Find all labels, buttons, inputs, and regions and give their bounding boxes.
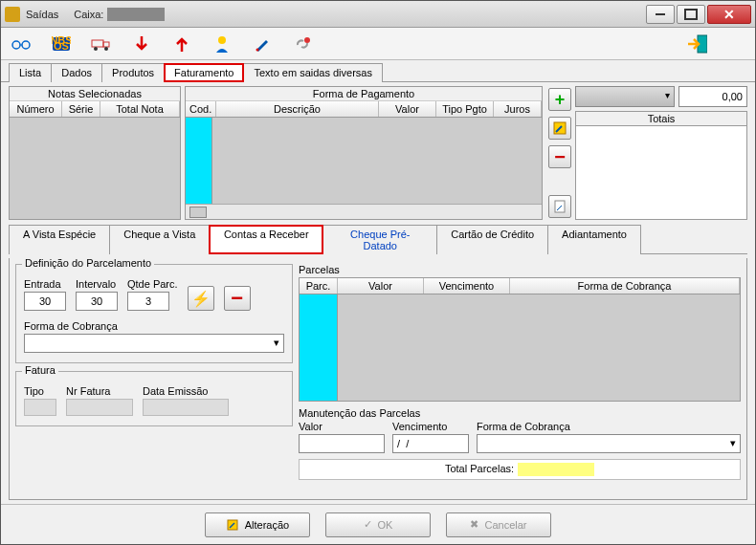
tab-cartao[interactable]: Cartão de Crédito [436,225,548,254]
tab-dados[interactable]: Dados [51,63,102,82]
person-icon[interactable] [211,33,233,54]
maint-forma-label: Forma de Cobrança [477,421,741,432]
tab-texto[interactable]: Texto em saidas diversas [243,63,383,82]
svg-point-12 [304,37,310,43]
maint-venc-label: Vencimento [392,421,469,432]
right-column: Totais [575,86,747,220]
titlebar: Saídas Caixa: ✕ [1,1,755,28]
app-window: Saídas Caixa: ✕ NBSOS Lista Dados Produt… [0,0,756,545]
tab-avista-especie[interactable]: A Vista Espécie [9,225,110,254]
tab-adiantamento[interactable]: Adiantamento [547,225,641,254]
col-parc[interactable]: Parc. [300,278,338,294]
arrow-down-icon[interactable] [131,33,152,54]
intervalo-input[interactable] [76,292,118,311]
maint-valor-label: Valor [299,421,385,432]
tab-cheque-vista[interactable]: Cheque a Vista [109,225,210,254]
svg-rect-15 [555,201,565,212]
ok-label: OK [378,519,393,531]
svg-point-11 [256,48,259,51]
window-title: Saídas [26,9,58,20]
exit-icon[interactable] [686,33,707,54]
tab-lista[interactable]: Lista [9,63,52,82]
doc-button[interactable] [548,195,571,218]
totais-body [576,126,746,219]
total-parcelas-row: Total Parcelas: [299,459,741,480]
manutencao-group: Manutenção das Parcelas Valor Vencimento… [299,407,741,453]
footer: Alteração ✓ OK ✖ Cancelar [1,504,755,544]
left-group: Definição do Parcelamento Entrada Interv… [15,264,293,493]
col-vencimento[interactable]: Vencimento [424,278,510,294]
svg-rect-7 [103,42,109,47]
col-parc-valor[interactable]: Valor [338,278,424,294]
ok-button[interactable]: ✓ OK [325,512,431,537]
remove-button[interactable]: − [548,145,571,168]
tab-produtos[interactable]: Produtos [101,63,165,82]
col-descricao[interactable]: Descrição [216,101,379,117]
col-total-nota[interactable]: Total Nota [100,101,180,117]
tab-contas-receber[interactable]: Contas a Receber [209,225,323,254]
minimize-button[interactable] [646,5,675,24]
main-tabbar: Lista Dados Produtos Faturamento Texto e… [1,60,755,82]
maint-valor-input[interactable] [299,434,385,453]
svg-rect-6 [92,40,103,47]
arrow-up-icon[interactable] [171,33,192,54]
notas-panel: Notas Selecionadas Número Série Total No… [9,86,181,220]
alteracao-button[interactable]: Alteração [205,512,310,537]
close-button[interactable]: ✕ [707,5,751,24]
edit-form-button[interactable] [548,117,571,140]
col-forma-cobranca[interactable]: Forma de Cobrança [510,278,740,294]
forma-pag-panel: Forma de Pagamento Cod. Descrição Valor … [185,86,543,220]
col-tipo-pgto[interactable]: Tipo Pgto [436,101,494,117]
maint-venc-input[interactable] [392,434,469,453]
caixa-label: Caixa: [74,9,103,20]
parcelamento-group: Definição do Parcelamento Entrada Interv… [15,264,293,363]
clear-button[interactable]: − [224,286,251,311]
cancelar-button[interactable]: ✖ Cancelar [446,512,551,537]
add-button[interactable]: + [548,88,571,111]
alteracao-label: Alteração [245,519,289,531]
forma-pag-body[interactable] [186,118,542,204]
notas-body[interactable] [10,118,180,219]
maximize-button[interactable] [677,5,705,24]
right-combo[interactable] [575,86,675,107]
qtde-input[interactable] [127,292,169,311]
nbs-icon[interactable]: NBSOS [51,33,72,54]
parc-cyan-col [300,294,338,401]
tipo-label: Tipo [24,385,56,397]
toolbar: NBSOS [1,28,755,60]
parcelas-body[interactable] [300,294,740,401]
mid-panel: Definição do Parcelamento Entrada Interv… [9,258,747,500]
svg-point-8 [94,47,98,51]
forma-cobranca-select[interactable] [24,334,284,353]
nrfatura-label: Nr Fatura [66,385,133,397]
entrada-input[interactable] [24,292,66,311]
parcelamento-legend: Definição do Parcelamento [22,257,154,269]
pen-icon[interactable] [252,33,273,54]
body: Notas Selecionadas Número Série Total No… [1,82,755,504]
entrada-label: Entrada [24,278,66,290]
h-scrollbar[interactable] [186,204,542,219]
col-valor[interactable]: Valor [379,101,436,117]
col-juros[interactable]: Juros [494,101,542,117]
total-parcelas-value [518,463,594,476]
generate-button[interactable]: ⚡ [188,286,214,311]
forma-pag-header: Cod. Descrição Valor Tipo Pgto Juros [186,101,542,118]
payment-tabbar: A Vista Espécie Cheque a Vista Contas a … [9,224,747,254]
maint-forma-select[interactable] [477,434,741,453]
col-serie[interactable]: Série [62,101,100,117]
side-buttons: + − [546,86,571,220]
totais-title: Totais [576,112,746,126]
col-numero[interactable]: Número [10,101,62,117]
check-icon: ✓ [364,518,372,531]
glasses-icon[interactable] [11,33,32,54]
nrfatura-field [66,399,133,416]
data-emissao-label: Data Emissão [143,385,229,397]
link-icon[interactable] [292,33,313,54]
cyan-indicator-col [186,118,212,204]
tab-faturamento[interactable]: Faturamento [164,63,244,82]
col-cod[interactable]: Cod. [186,101,216,117]
right-value-input[interactable] [678,86,747,107]
tipo-field [24,399,56,416]
tab-cheque-pre[interactable]: Cheque Pré-Datado [322,225,437,254]
truck-icon[interactable] [91,33,112,54]
